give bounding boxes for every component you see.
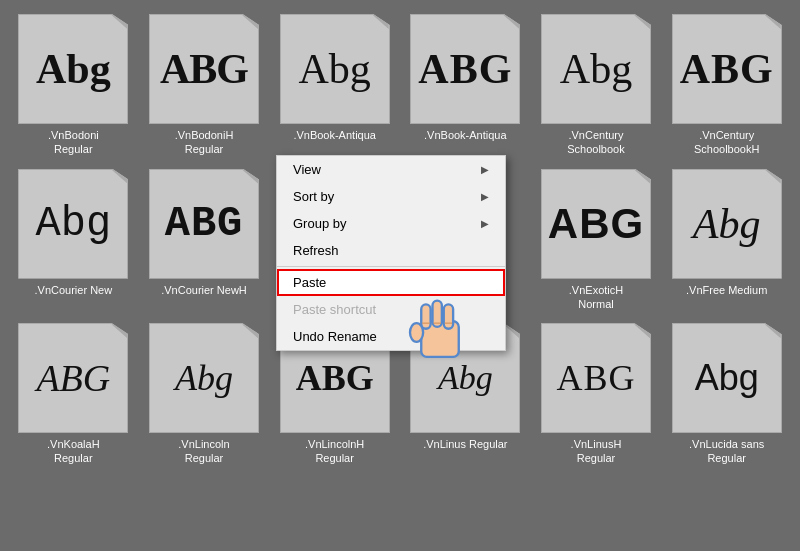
context-menu-item-label: Paste <box>293 275 326 290</box>
font-icon: ABG <box>149 14 259 124</box>
font-item-vn-koalah[interactable]: ABG .VnKoalaHRegular <box>14 323 133 466</box>
font-icon: ABG <box>541 323 651 433</box>
font-icon: Abg <box>541 14 651 124</box>
font-item-vn-book-antiqua-h[interactable]: ABG .VnBook-Antiqua <box>406 14 525 157</box>
font-label: .VnFree Medium <box>686 283 767 297</box>
context-menu-item-label: Undo Rename <box>293 329 377 344</box>
font-item-vn-lincoln[interactable]: Abg .VnLincolnRegular <box>145 323 264 466</box>
font-preview: Abg <box>438 361 493 395</box>
font-item-vn-lucida[interactable]: Abg .VnLucida sansRegular <box>667 323 786 466</box>
font-icon: ABG <box>410 14 520 124</box>
font-preview: Abg <box>693 203 761 245</box>
font-label: .VnBook-Antiqua <box>424 128 507 142</box>
font-preview: ABG <box>556 360 635 396</box>
font-preview: Abg <box>695 360 759 396</box>
font-item-vn-century-schoolbook[interactable]: Abg .VnCenturySchoolbook <box>537 14 656 157</box>
font-icon: Abg <box>149 323 259 433</box>
font-label: .VnCenturySchoolbook <box>567 128 625 157</box>
context-menu: View ▶ Sort by ▶ Group by ▶ Refresh Past… <box>276 155 506 351</box>
font-label: .VnBodoniHRegular <box>175 128 234 157</box>
font-item-vn-bodoni[interactable]: Abg .VnBodoniRegular <box>14 14 133 157</box>
font-preview: Abg <box>560 48 632 90</box>
font-preview: ABG <box>296 360 374 396</box>
context-menu-item-label: Refresh <box>293 243 339 258</box>
font-preview: Abg <box>175 360 233 396</box>
font-preview: ABG <box>165 203 244 245</box>
font-icon: Abg <box>280 14 390 124</box>
context-menu-item-refresh[interactable]: Refresh <box>277 237 505 264</box>
context-menu-item-label: Paste shortcut <box>293 302 376 317</box>
font-preview: ABG <box>36 359 110 397</box>
font-icon: ABG <box>672 14 782 124</box>
arrow-icon: ▶ <box>481 191 489 202</box>
font-preview: ABG <box>418 48 512 90</box>
context-menu-item-label: Group by <box>293 216 346 231</box>
context-menu-item-paste-shortcut: Paste shortcut <box>277 296 505 323</box>
font-label: .VnCourier NewH <box>161 283 247 297</box>
font-item-vn-free-medium[interactable]: Abg .VnFree Medium <box>667 169 786 312</box>
font-label: .VnBook-Antiqua <box>293 128 376 142</box>
context-menu-item-label: View <box>293 162 321 177</box>
context-menu-item-paste[interactable]: Paste <box>277 269 505 296</box>
font-icon: Abg <box>672 323 782 433</box>
font-icon: ABG <box>149 169 259 279</box>
font-item-vn-bodonih[interactable]: ABG .VnBodoniHRegular <box>145 14 264 157</box>
font-icon: Abg <box>672 169 782 279</box>
context-menu-item-view[interactable]: View ▶ <box>277 156 505 183</box>
font-icon: ABG <box>541 169 651 279</box>
font-preview: ABG <box>548 203 644 245</box>
font-item-vn-courier-new[interactable]: Abg .VnCourier New <box>14 169 133 312</box>
font-icon: ABG <box>18 323 128 433</box>
font-preview: Abg <box>298 48 370 90</box>
font-label: .VnLincolnRegular <box>178 437 229 466</box>
context-menu-item-group[interactable]: Group by ▶ <box>277 210 505 237</box>
font-preview: ABG <box>680 48 774 90</box>
font-label: .VnBodoniRegular <box>48 128 99 157</box>
font-label: .VnLinusHRegular <box>571 437 622 466</box>
font-preview: ABG <box>160 48 248 90</box>
font-label: .VnLinus Regular <box>423 437 507 451</box>
font-label: .VnExoticHNormal <box>569 283 623 312</box>
font-icon: Abg <box>18 14 128 124</box>
font-item-vn-exotich[interactable]: ABG .VnExoticHNormal <box>537 169 656 312</box>
arrow-icon: ▶ <box>481 218 489 229</box>
font-preview: Abg <box>36 203 112 245</box>
font-label: .VnKoalaHRegular <box>47 437 100 466</box>
font-label: .VnLincolnHRegular <box>305 437 364 466</box>
context-menu-item-label: Sort by <box>293 189 334 204</box>
font-label: .VnCenturySchoolbookH <box>694 128 759 157</box>
font-label: .VnLucida sansRegular <box>689 437 764 466</box>
arrow-icon: ▶ <box>481 164 489 175</box>
font-item-vn-courier-newh[interactable]: ABG .VnCourier NewH <box>145 169 264 312</box>
context-menu-item-sort[interactable]: Sort by ▶ <box>277 183 505 210</box>
font-item-vn-book-antiqua[interactable]: Abg .VnBook-Antiqua <box>275 14 394 157</box>
font-item-vn-century-schoolbookh[interactable]: ABG .VnCenturySchoolbookH <box>667 14 786 157</box>
context-menu-item-undo-rename[interactable]: Undo Rename <box>277 323 505 350</box>
font-item-vn-linush[interactable]: ABG .VnLinusHRegular <box>537 323 656 466</box>
font-label: .VnCourier New <box>35 283 113 297</box>
font-icon: Abg <box>18 169 128 279</box>
font-preview: Abg <box>36 48 111 90</box>
context-menu-separator <box>277 266 505 267</box>
